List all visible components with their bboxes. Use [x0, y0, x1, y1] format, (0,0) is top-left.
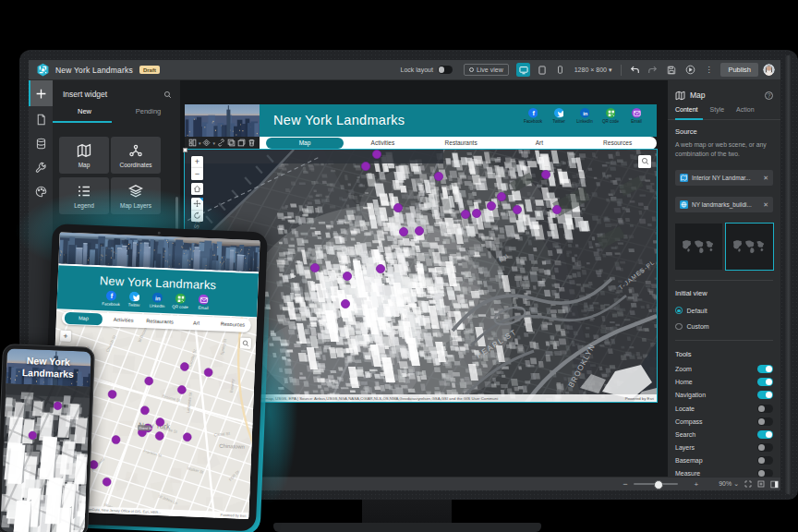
svg-text:Canal St: Canal St: [213, 430, 230, 437]
svg-text:Chinatown: Chinatown: [219, 442, 245, 449]
svg-text:in: in: [155, 294, 161, 300]
svg-text:in: in: [583, 111, 588, 116]
svg-text:Grand St: Grand St: [139, 426, 152, 430]
